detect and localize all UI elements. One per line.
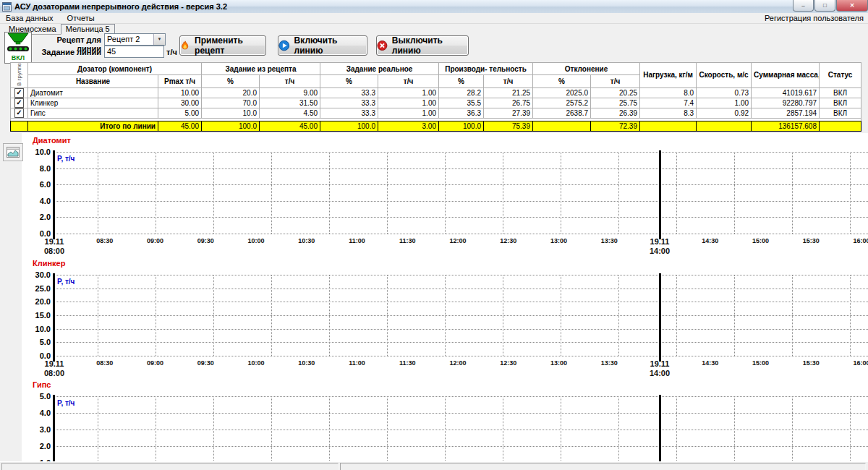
x-tick-label: 13:30 xyxy=(593,359,625,367)
close-icon[interactable]: ✕ xyxy=(836,0,868,12)
disable-line-button[interactable]: Выключить линию xyxy=(376,35,469,56)
app-icon xyxy=(2,2,12,12)
gridline xyxy=(54,168,868,169)
column-header-recipe-setpoint: Задание из рецепта xyxy=(202,63,320,75)
gridline xyxy=(54,396,868,397)
flame-icon xyxy=(180,40,190,51)
x-tick-label: 10:00 xyxy=(240,359,272,367)
gridline xyxy=(792,396,793,470)
disable-line-label: Выключить линию xyxy=(392,35,468,56)
gridline xyxy=(734,152,735,234)
menu-reports[interactable]: Отчеты xyxy=(61,13,101,23)
gridline xyxy=(503,152,503,234)
x-tick-label: 08:30 xyxy=(89,359,121,367)
line-totals-row: Итого по линии 45.00 100.0 45.00 100.0 3… xyxy=(10,121,861,132)
chevron-down-icon[interactable]: ▼ xyxy=(153,34,165,45)
trend-chart: ГипсP, т/ч5.04.03.02.01.00.019.11 08:000… xyxy=(0,380,868,470)
column-header-pct: % xyxy=(439,75,484,87)
gridline xyxy=(54,356,868,356)
x-tick-label: 19.11 14:00 xyxy=(643,237,676,256)
y-tick-label: 2.0 xyxy=(20,213,51,221)
enable-line-button[interactable]: Включить линию xyxy=(278,35,367,56)
column-header-pct: % xyxy=(533,75,591,87)
dev-pct-value: 2638.7 xyxy=(533,108,591,118)
real-pct-value: 33.3 xyxy=(320,87,378,98)
gridline xyxy=(156,396,156,470)
y-tick-label: 10.0 xyxy=(20,325,51,333)
gridline xyxy=(676,275,677,356)
gridline xyxy=(445,275,446,356)
gridline xyxy=(618,275,619,356)
pmax-value: 10.00 xyxy=(158,87,202,98)
time-cursor-line xyxy=(659,150,661,239)
gridline xyxy=(54,234,868,234)
column-header-real-setpoint: Задание реальное xyxy=(320,63,439,75)
y-tick-label: 4.0 xyxy=(20,409,51,417)
real-tph-value: 1.00 xyxy=(378,87,439,98)
apply-recipe-button[interactable]: Применить рецепт xyxy=(179,35,266,56)
totals-pmax: 45.00 xyxy=(158,121,202,132)
status-bar xyxy=(0,461,868,470)
y-axis-label: P, т/ч xyxy=(57,155,75,163)
gridline xyxy=(271,152,272,234)
load-value: 7.4 xyxy=(640,98,697,108)
play-circle-icon xyxy=(278,40,290,51)
totals-perf-pct: 100.0 xyxy=(439,121,484,132)
menu-user-registration[interactable]: Регистрация пользователя xyxy=(765,14,864,22)
gridline xyxy=(271,275,272,356)
gridline xyxy=(156,152,156,234)
row-checkbox[interactable]: ✓ xyxy=(14,88,24,98)
column-header-speed: Скорость, м/с xyxy=(697,63,752,88)
gridline xyxy=(54,329,868,330)
doser-icon xyxy=(6,33,30,54)
x-tick-label: 15:00 xyxy=(745,359,777,367)
x-tick-label: 13:00 xyxy=(543,359,575,367)
gridline xyxy=(850,152,851,234)
x-tick-label: 16:00 xyxy=(846,359,868,367)
x-tick-label: 10:30 xyxy=(291,237,323,244)
gridline xyxy=(445,152,446,234)
menu-database[interactable]: База данных xyxy=(0,13,59,23)
column-header-tph: т/ч xyxy=(378,75,439,87)
gridline xyxy=(213,152,214,234)
gridline xyxy=(54,184,868,185)
column-header-status: Статус xyxy=(820,63,861,88)
perf-tph-value: 21.25 xyxy=(484,87,533,98)
x-tick-label: 15:00 xyxy=(745,237,777,244)
row-checkbox[interactable]: ✓ xyxy=(14,108,24,118)
status-panel-left xyxy=(1,463,339,470)
maximize-icon[interactable]: □ xyxy=(814,0,835,12)
gridline xyxy=(98,275,98,356)
apply-recipe-label: Применить рецепт xyxy=(195,35,265,56)
perf-tph-value: 26.75 xyxy=(484,98,533,108)
dev-pct-value: 2575.2 xyxy=(533,98,591,108)
recipe-pct-value: 10.0 xyxy=(202,108,260,118)
load-value: 8.3 xyxy=(640,108,697,118)
x-tick-label: 11:30 xyxy=(391,359,423,367)
mass-value: 41019.617 xyxy=(752,87,820,98)
y-tick-label: 10.0 xyxy=(20,148,51,156)
component-name: Клинкер xyxy=(28,98,158,108)
minimize-icon[interactable]: – xyxy=(793,0,814,12)
y-axis-line xyxy=(53,273,55,362)
y-tick-label: 5.0 xyxy=(20,392,51,401)
gridline xyxy=(850,396,851,470)
recipe-pct-value: 70.0 xyxy=(202,98,260,108)
row-checkbox[interactable]: ✓ xyxy=(14,98,24,108)
gridline xyxy=(734,275,735,356)
gridline xyxy=(98,152,98,234)
column-header-tph: т/ч xyxy=(591,75,640,87)
y-tick-label: 8.0 xyxy=(20,164,51,173)
perf-tph-value: 27.39 xyxy=(484,108,533,118)
x-tick-label: 16:00 xyxy=(846,237,868,244)
status-badge: ВКЛ xyxy=(820,108,861,118)
line-setpoint-input[interactable]: 45 xyxy=(104,46,164,58)
totals-real-pct: 100.0 xyxy=(320,121,378,132)
gridline xyxy=(156,275,156,356)
recipe-select[interactable]: Рецепт 2 ▼ xyxy=(104,33,166,46)
gridline xyxy=(618,396,619,470)
x-tick-label: 15:30 xyxy=(795,359,827,367)
line-setpoint-label: Задание линии xyxy=(33,48,101,56)
y-tick-label: 5.0 xyxy=(20,338,51,346)
status-badge: ВКЛ xyxy=(820,98,861,108)
